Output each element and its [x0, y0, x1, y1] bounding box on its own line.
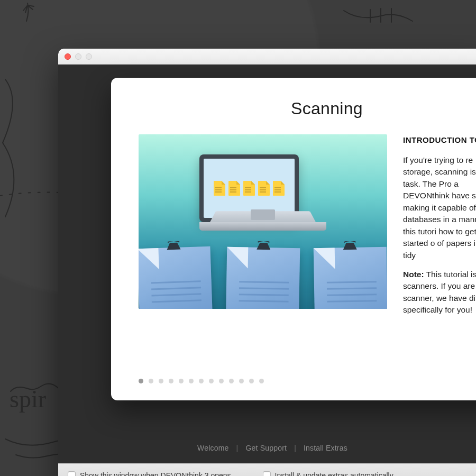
separator: | — [294, 444, 296, 452]
intro-paragraph: If you're trying to re​ storage, scannin… — [403, 154, 476, 261]
page-dot[interactable] — [249, 379, 254, 383]
binder-clip-icon — [254, 241, 272, 251]
background-nav-links: Welcome | Get Support | Install Extras — [58, 440, 476, 456]
document-icon — [243, 181, 255, 196]
note-paragraph: Note: This tutorial is​ scanners. If you… — [403, 269, 476, 316]
page-dot[interactable] — [239, 379, 244, 383]
checkbox-auto-update-extras[interactable]: Install & update extras automatically — [263, 471, 393, 477]
paper-stack-graphic — [139, 248, 387, 309]
page-dot[interactable] — [169, 379, 173, 383]
document-icon — [228, 181, 240, 196]
document-icon — [258, 181, 270, 196]
laptop-graphic — [199, 154, 326, 231]
checkbox-show-on-open[interactable]: Show this window when DEVONthink 3 opens — [68, 471, 231, 477]
binder-clip-icon — [164, 241, 183, 251]
page-dot[interactable] — [219, 379, 224, 383]
page-dot[interactable] — [199, 379, 204, 383]
window-minimize-button[interactable] — [75, 53, 81, 60]
link-welcome[interactable]: Welcome — [197, 444, 229, 452]
page-dot[interactable] — [179, 379, 184, 383]
checkbox-box[interactable] — [263, 471, 271, 476]
binder-clip-icon — [341, 241, 359, 251]
tutorial-text: INTRODUCTION TO If you're trying to re​ … — [403, 134, 476, 324]
note-label: Note: — [403, 270, 424, 279]
window-close-button[interactable] — [65, 53, 71, 60]
page-dot[interactable] — [259, 379, 264, 383]
checkbox-box[interactable] — [68, 471, 76, 476]
checkbox-label: Install & update extras automatically — [275, 471, 393, 477]
document-icon — [273, 181, 285, 196]
app-window: Welcome | Get Support | Install Extras S… — [58, 49, 476, 476]
checkbox-label: Show this window when DEVONthink 3 opens — [80, 471, 231, 477]
page-dot[interactable] — [229, 379, 234, 383]
page-dot[interactable] — [189, 379, 194, 383]
window-zoom-button[interactable] — [86, 53, 92, 60]
page-indicator — [139, 379, 264, 383]
tutorial-panel: Scanning — [111, 78, 476, 400]
page-dot[interactable] — [149, 379, 153, 383]
page-dot[interactable] — [209, 379, 214, 383]
document-icon — [214, 181, 225, 196]
page-dot[interactable] — [139, 379, 143, 383]
page-dot[interactable] — [159, 379, 163, 383]
separator: | — [236, 444, 239, 452]
window-footer: Show this window when DEVONthink 3 opens… — [58, 463, 476, 476]
page-title: Scanning — [291, 99, 476, 118]
link-get-support[interactable]: Get Support — [245, 444, 287, 452]
tutorial-illustration — [139, 134, 387, 309]
link-install-extras[interactable]: Install Extras — [304, 444, 347, 452]
section-heading: INTRODUCTION TO — [403, 134, 476, 146]
window-titlebar — [58, 49, 476, 65]
